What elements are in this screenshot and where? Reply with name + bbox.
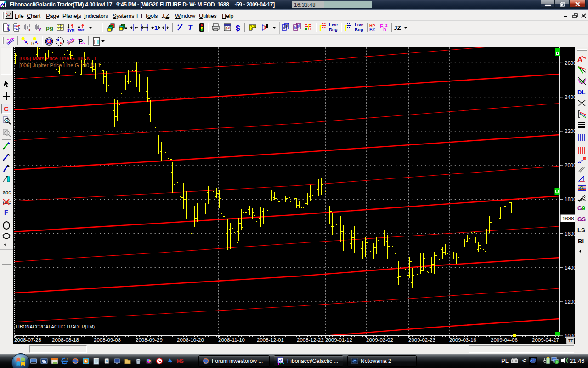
svg-text:[006] Jupiter Price Line G 180: [006] Jupiter Price Line G 180 N -1 bbox=[19, 63, 101, 68]
svg-text:z: z bbox=[385, 23, 388, 28]
svg-text:2008-12-01: 2008-12-01 bbox=[257, 337, 284, 343]
svg-text:2008-10-20: 2008-10-20 bbox=[177, 337, 204, 343]
svg-text:2009-03-16: 2009-03-16 bbox=[449, 337, 476, 343]
svg-text:1600: 1600 bbox=[565, 231, 575, 236]
svg-text:n: n bbox=[28, 27, 30, 32]
svg-text:1800: 1800 bbox=[565, 196, 575, 202]
svg-text:2008-09-29: 2008-09-29 bbox=[136, 337, 163, 343]
svg-text:2600: 2600 bbox=[565, 60, 575, 66]
svg-text:[005] Mars Price Line G 180 N: [005] Mars Price Line G 180 N -1 bbox=[19, 56, 96, 61]
svg-text:TIME: TIME bbox=[78, 29, 84, 32]
svg-text:12: 12 bbox=[226, 26, 230, 29]
svg-text:2008-07-28: 2008-07-28 bbox=[14, 337, 41, 343]
svg-text:TF: TF bbox=[568, 338, 574, 343]
svg-text:FZ: FZ bbox=[369, 27, 375, 32]
svg-text:abc: abc bbox=[3, 190, 11, 195]
svg-text:2009-01-12: 2009-01-12 bbox=[325, 337, 352, 343]
svg-text:2009-04-27: 2009-04-27 bbox=[532, 337, 559, 343]
svg-text:1688: 1688 bbox=[562, 216, 574, 221]
svg-text:2400: 2400 bbox=[565, 94, 575, 100]
svg-text:DL: DL bbox=[577, 89, 585, 96]
svg-text:pg: pg bbox=[46, 24, 53, 31]
svg-text:F: F bbox=[4, 209, 8, 216]
svg-text:P: P bbox=[79, 38, 83, 45]
svg-text:2008-12-22: 2008-12-22 bbox=[297, 337, 324, 343]
svg-text:9: 9 bbox=[582, 205, 585, 212]
svg-text:2008-09-08: 2008-09-08 bbox=[94, 337, 121, 343]
svg-text:MS: MS bbox=[177, 359, 184, 364]
svg-text:W: W bbox=[7, 29, 10, 31]
svg-text:2200: 2200 bbox=[565, 128, 575, 134]
svg-text:R: R bbox=[31, 41, 34, 46]
svg-text:Bi: Bi bbox=[578, 238, 584, 245]
svg-text:2000: 2000 bbox=[565, 162, 575, 168]
svg-text:LS: LS bbox=[577, 227, 585, 234]
svg-text:G: G bbox=[579, 185, 584, 192]
svg-text:$: $ bbox=[236, 24, 240, 33]
svg-text:2009-02-23: 2009-02-23 bbox=[408, 337, 435, 343]
svg-text:FIBONACCI/GALACTIC TRADER(TM): FIBONACCI/GALACTIC TRADER(TM) bbox=[16, 324, 95, 329]
svg-text:1200: 1200 bbox=[565, 299, 575, 305]
svg-text:T: T bbox=[188, 24, 193, 32]
svg-text:1400: 1400 bbox=[565, 265, 575, 270]
svg-text:GS: GS bbox=[577, 216, 586, 223]
svg-text:2009-02-02: 2009-02-02 bbox=[366, 337, 393, 343]
svg-text:1: 1 bbox=[154, 24, 158, 31]
svg-text:2009-04-06: 2009-04-06 bbox=[491, 337, 518, 343]
svg-text:R: R bbox=[584, 157, 586, 160]
svg-text:B: B bbox=[106, 359, 108, 362]
svg-text:V: V bbox=[38, 27, 41, 32]
svg-text:G: G bbox=[577, 205, 582, 212]
svg-text:SYM: SYM bbox=[67, 29, 74, 33]
svg-text:4: 4 bbox=[3, 3, 5, 7]
svg-text:F: F bbox=[380, 23, 383, 29]
svg-text:2008-11-10: 2008-11-10 bbox=[218, 337, 245, 343]
svg-text:C: C bbox=[4, 105, 9, 113]
svg-text:JZ: JZ bbox=[394, 24, 401, 31]
svg-text:2008-08-18: 2008-08-18 bbox=[52, 337, 79, 343]
